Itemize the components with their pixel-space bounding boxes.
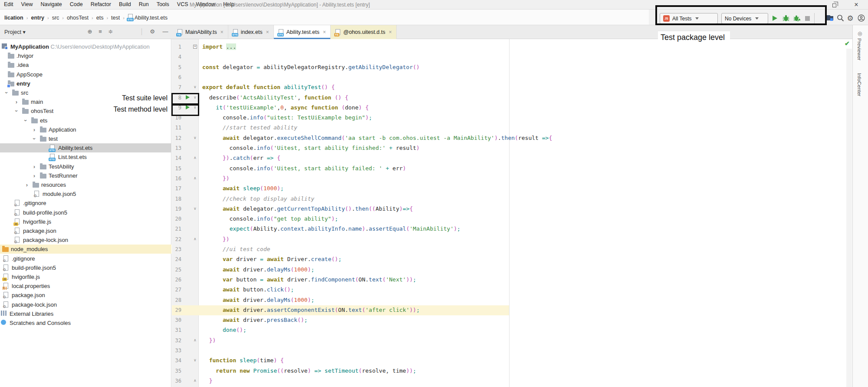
tree-row-local-properties[interactable]: local.properties	[0, 281, 171, 291]
tree-row-myapplication[interactable]: MyApplication C:\Users\lenovo\Desktop\My…	[0, 42, 171, 51]
tree-row-package-lock-json[interactable]: ⚙package-lock.json	[0, 235, 171, 245]
tree-row-node-modules[interactable]: node_modules	[0, 245, 171, 254]
tree-row-hvigorfile-js[interactable]: JShvigorfile.js	[0, 272, 171, 281]
code-line[interactable]: return new Promise((resolve) => setTimeo…	[202, 367, 416, 374]
expand-all-icon[interactable]: ≡	[96, 28, 104, 35]
tree-row-external-libraries[interactable]: External Libraries	[0, 309, 171, 318]
fold-start-icon[interactable]: ∨	[194, 85, 197, 89]
profiler-icon[interactable]	[825, 14, 834, 23]
chevron-collapsed-icon[interactable]: ›	[32, 162, 36, 171]
code-line[interactable]: describe('ActsAbilityTest', function () …	[202, 94, 349, 101]
code-line[interactable]: it('testUiExample',0, async function (do…	[202, 104, 369, 111]
tree-row-resources[interactable]: ›resources	[0, 180, 171, 189]
tree-row-ets[interactable]: ›ets	[0, 116, 171, 125]
tree-row-application[interactable]: ›Application	[0, 125, 171, 134]
restore-window-icon[interactable]	[828, 2, 841, 10]
tab-ability-test-ets[interactable]: ETSAbility.test.ets×	[274, 25, 331, 39]
tree-row-testability[interactable]: ›TestAbility	[0, 162, 171, 171]
close-window-icon[interactable]: ×	[850, 1, 863, 9]
chevron-collapsed-icon[interactable]: ›	[25, 180, 29, 189]
breadcrumb-item-ohostest[interactable]: ohosTest	[66, 15, 89, 21]
fold-end-icon[interactable]: ∧	[194, 176, 197, 180]
code-line[interactable]: }	[202, 377, 212, 384]
code-line[interactable]: export default function abilityTest() {	[202, 84, 335, 90]
chevron-expanded-icon[interactable]: ›	[21, 118, 30, 122]
menu-item-view[interactable]: View	[17, 0, 37, 10]
breadcrumb-item-lication[interactable]: lication	[3, 15, 24, 21]
code-line[interactable]: const delegator = abilityDelegatorRegist…	[202, 64, 420, 70]
fold-start-icon[interactable]: ∨	[194, 358, 197, 362]
tree-row-build-profile-json5[interactable]: ⚙build-profile.json5	[0, 208, 171, 217]
menu-item-edit[interactable]: Edit	[0, 0, 17, 10]
tab-close-icon[interactable]: ×	[323, 29, 326, 35]
menu-item-build[interactable]: Build	[115, 0, 135, 10]
tab--ohos-uitest-d-ts[interactable]: TS@ohos.uitest.d.ts×	[331, 25, 397, 39]
code-line[interactable]: var driver = await Driver.create();	[202, 256, 342, 262]
code-line[interactable]: })	[202, 337, 216, 344]
search-icon[interactable]	[836, 14, 845, 23]
fold-end-icon[interactable]: ∧	[194, 155, 197, 160]
fold-start-icon[interactable]: ∨	[194, 206, 197, 211]
tool-stripe-infocenter[interactable]: InfoCenter	[857, 73, 862, 96]
code-line[interactable]: //start tested ability	[202, 124, 297, 131]
tree-row-list-test-ets[interactable]: ETSList.test.ets	[0, 152, 171, 162]
tree-row-build-profile-json5[interactable]: ⚙build-profile.json5	[0, 263, 171, 272]
fold-expand-icon[interactable]: +	[193, 45, 197, 49]
settings-gear-icon[interactable]: ⚙	[846, 14, 855, 23]
menu-item-tools[interactable]: Tools	[153, 0, 173, 10]
collapse-all-icon[interactable]: ≑	[107, 28, 115, 35]
tree-row-testrunner[interactable]: ›TestRunner	[0, 171, 171, 180]
tab-close-icon[interactable]: ×	[220, 29, 224, 35]
code-line[interactable]: await driver.delayMs(1000);	[202, 266, 314, 273]
fold-end-icon[interactable]: ∧	[194, 237, 197, 241]
menu-item-refactor[interactable]: Refactor	[87, 0, 115, 10]
chevron-expanded-icon[interactable]: ›	[2, 91, 11, 95]
fold-end-icon[interactable]: ∧	[194, 338, 197, 342]
hide-panel-icon[interactable]: —	[161, 28, 169, 35]
tool-stripe-previewer[interactable]: Previewer	[857, 38, 862, 60]
code-line[interactable]: //check top display ability	[202, 195, 314, 202]
tree-row--idea[interactable]: .idea	[0, 60, 171, 69]
tab-close-icon[interactable]: ×	[389, 29, 392, 35]
code-line[interactable]: console.info('Uitest, start ability fail…	[202, 165, 406, 172]
code-line[interactable]: expect(Ability.context.abilityInfo.name)…	[202, 225, 460, 232]
tab-index-ets[interactable]: ETSindex.ets×	[228, 25, 274, 39]
menu-item-code[interactable]: Code	[66, 0, 87, 10]
editor-scrollbar[interactable]	[846, 49, 852, 387]
tree-row-scratches-and-consoles[interactable]: Scratches and Consoles	[0, 318, 171, 327]
code-line[interactable]: import ...	[202, 43, 236, 50]
code-line[interactable]: await delegator.executeShellCommand('aa …	[202, 135, 552, 141]
code-line[interactable]: await delegator.getCurrentTopAbility().t…	[202, 205, 413, 212]
code-line[interactable]: await driver.assertComponentExist(ON.tex…	[202, 307, 420, 313]
chevron-collapsed-icon[interactable]: ›	[32, 171, 36, 180]
code-line[interactable]: await button.click();	[202, 286, 294, 293]
tree-row-test[interactable]: ›test	[0, 134, 171, 143]
chevron-expanded-icon[interactable]: ›	[30, 137, 39, 141]
breadcrumb-item-test[interactable]: test	[110, 15, 121, 21]
menu-item-run[interactable]: Run	[135, 0, 153, 10]
code-line[interactable]: function sleep(time) {	[202, 357, 284, 364]
inspections-ok-check[interactable]: ✔	[845, 40, 850, 47]
tree-row-package-lock-json[interactable]: ⚙package-lock.json	[0, 300, 171, 309]
code-line[interactable]: await sleep(1000);	[202, 185, 284, 192]
code-line[interactable]: })	[202, 236, 230, 242]
locate-icon[interactable]: ⊕	[86, 28, 94, 35]
tab-mainability-ts[interactable]: TSMainAbility.ts×	[173, 25, 228, 39]
chevron-collapsed-icon[interactable]: ›	[32, 125, 36, 134]
code-line[interactable]: })	[202, 175, 230, 182]
code-line[interactable]: }).catch(err => {	[202, 155, 280, 161]
code-line[interactable]: console.info("uitest: TestUiExample begi…	[202, 114, 372, 121]
breadcrumb-item-src[interactable]: src	[51, 15, 60, 21]
tree-row-package-json[interactable]: ⚙package.json	[0, 291, 171, 300]
menu-item-navigate[interactable]: Navigate	[36, 0, 66, 10]
tree-row-module-json5[interactable]: ⚙module.json5	[0, 189, 171, 198]
code-line[interactable]: await driver.pressBack();	[202, 317, 308, 323]
tree-row-entry[interactable]: entry	[0, 79, 171, 88]
chevron-collapsed-icon[interactable]: ›	[14, 97, 19, 106]
tree-row-hvigorfile-js[interactable]: JShvigorfile.js	[0, 217, 171, 226]
tree-row--gitignore[interactable]: ⊘.gitignore	[0, 198, 171, 208]
code-line[interactable]: var button = await driver.findComponent(…	[202, 276, 416, 283]
code-line[interactable]: console.info("get top ability");	[202, 215, 338, 222]
tree-row-package-json[interactable]: ⚙package.json	[0, 226, 171, 235]
breadcrumb-item-entry[interactable]: entry	[30, 15, 45, 21]
